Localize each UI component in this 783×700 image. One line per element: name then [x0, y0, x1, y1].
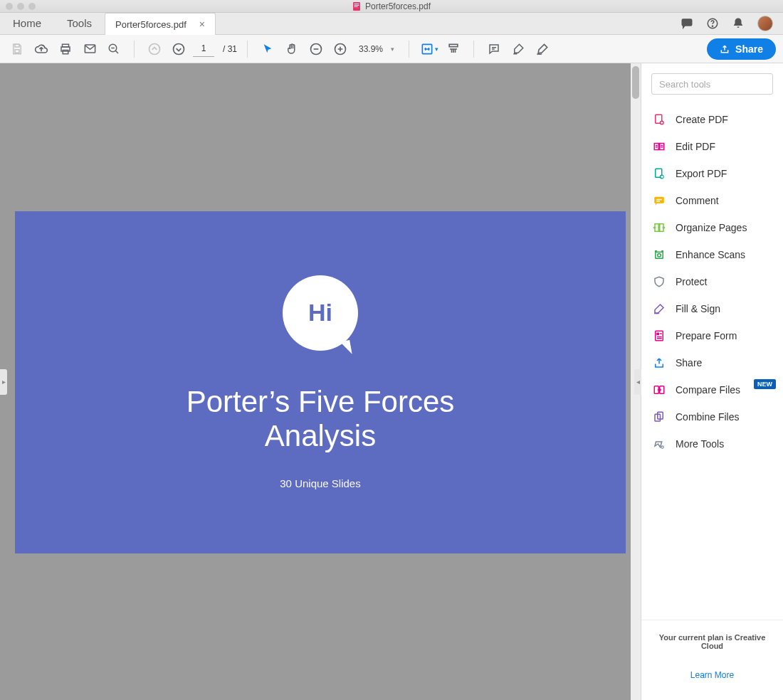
- tool-item-label: Fill & Sign: [676, 303, 720, 314]
- svg-rect-22: [449, 44, 458, 46]
- comments-panel-icon[interactable]: [680, 17, 693, 30]
- page-total-label: / 31: [223, 44, 237, 54]
- zoom-in-icon[interactable]: [330, 39, 350, 59]
- help-icon[interactable]: [706, 17, 719, 30]
- tool-item-prepare-form[interactable]: Prepare Form: [641, 322, 783, 349]
- page-up-icon[interactable]: [144, 39, 164, 59]
- tool-item-label: Export PDF: [676, 168, 727, 179]
- pdf-file-icon: [352, 2, 361, 11]
- page-number-input[interactable]: [193, 41, 214, 57]
- document-viewport[interactable]: ▸ Hi Porter’s Five Forces Analysis 30 Un…: [0, 63, 641, 700]
- combine-icon: [653, 410, 666, 423]
- svg-rect-2: [354, 5, 359, 6]
- document-tab-label: Porter5forces.pdf: [115, 19, 186, 30]
- main-toolbar: / 31 33.9% ▾ ▾ Share: [0, 35, 783, 63]
- document-tab[interactable]: Porter5forces.pdf ×: [105, 13, 216, 35]
- tool-item-label: Compare Files: [676, 384, 740, 396]
- share-icon: [653, 356, 666, 369]
- slide-title: Porter’s Five Forces Analysis: [186, 385, 455, 454]
- learn-more-link[interactable]: Learn More: [651, 670, 773, 680]
- tool-item-more[interactable]: More Tools: [641, 430, 783, 457]
- sticky-note-icon[interactable]: [484, 39, 504, 59]
- svg-rect-32: [656, 252, 663, 258]
- edit-pdf-icon: [653, 140, 666, 153]
- create-pdf-icon: [653, 113, 666, 126]
- more-icon: [653, 438, 666, 450]
- tool-list: Create PDFEdit PDFExport PDFCommentOrgan…: [641, 105, 783, 459]
- window-controls[interactable]: [6, 3, 36, 10]
- nav-tools[interactable]: Tools: [54, 12, 105, 34]
- right-panel-toggle[interactable]: ◂: [634, 369, 641, 395]
- tool-item-enhance[interactable]: Enhance Scans: [641, 241, 783, 268]
- tool-item-export-pdf[interactable]: Export PDF: [641, 160, 783, 187]
- window-title: Porter5forces.pdf: [365, 1, 431, 11]
- protect-icon: [653, 275, 666, 288]
- tool-item-label: Create PDF: [676, 114, 728, 125]
- fit-width-icon[interactable]: ▾: [419, 39, 439, 59]
- tool-item-label: Comment: [676, 195, 719, 206]
- search-tools-input[interactable]: [651, 73, 773, 95]
- page-down-icon[interactable]: [169, 39, 189, 59]
- user-avatar[interactable]: [757, 16, 773, 31]
- new-badge: NEW: [754, 379, 776, 389]
- svg-point-6: [686, 21, 688, 23]
- tool-item-protect[interactable]: Protect: [641, 268, 783, 295]
- tool-item-organize[interactable]: Organize Pages: [641, 214, 783, 241]
- tool-item-edit-pdf[interactable]: Edit PDF: [641, 133, 783, 160]
- tool-item-compare[interactable]: Compare FilesNEW: [641, 376, 783, 403]
- tool-item-label: More Tools: [676, 438, 724, 450]
- tool-item-label: Protect: [676, 276, 707, 287]
- svg-point-7: [688, 21, 690, 23]
- save-icon[interactable]: [7, 39, 27, 59]
- minimize-window-icon[interactable]: [17, 3, 24, 10]
- compare-icon: [653, 383, 666, 396]
- export-pdf-icon: [653, 167, 666, 180]
- selection-tool-icon[interactable]: [258, 39, 278, 59]
- fill-sign-icon: [653, 302, 666, 315]
- svg-point-5: [684, 21, 685, 23]
- close-window-icon[interactable]: [6, 3, 13, 10]
- zoom-select[interactable]: 33.9% ▾: [354, 42, 399, 56]
- nav-home[interactable]: Home: [0, 12, 54, 34]
- svg-rect-11: [15, 49, 19, 53]
- pdf-page: Hi Porter’s Five Forces Analysis 30 Uniq…: [15, 211, 626, 553]
- close-tab-icon[interactable]: ×: [199, 18, 205, 30]
- tool-item-create-pdf[interactable]: Create PDF: [641, 106, 783, 133]
- share-button-label: Share: [735, 43, 763, 55]
- zoom-value: 33.9%: [354, 42, 399, 56]
- svg-point-17: [149, 43, 160, 54]
- highlight-icon[interactable]: [508, 39, 528, 59]
- tab-bar: Home Tools Porter5forces.pdf ×: [0, 13, 783, 35]
- tool-item-combine[interactable]: Combine Files: [641, 403, 783, 430]
- hand-tool-icon[interactable]: [282, 39, 302, 59]
- tool-item-fill-sign[interactable]: Fill & Sign: [641, 295, 783, 322]
- share-button[interactable]: Share: [707, 38, 776, 60]
- tool-item-comment[interactable]: Comment: [641, 187, 783, 214]
- zoom-out-magnify-icon[interactable]: [104, 39, 124, 59]
- slide-subtitle: 30 Unique Slides: [280, 477, 360, 489]
- email-icon[interactable]: [80, 39, 100, 59]
- plan-text: Your current plan is Creative Cloud: [651, 633, 773, 650]
- tool-item-label: Enhance Scans: [676, 249, 745, 260]
- tool-item-label: Combine Files: [676, 411, 739, 423]
- svg-rect-35: [657, 333, 658, 334]
- zoom-out-icon[interactable]: [306, 39, 326, 59]
- tool-item-label: Share: [676, 357, 702, 368]
- maximize-window-icon[interactable]: [28, 3, 36, 10]
- signature-icon[interactable]: [532, 39, 552, 59]
- page-display-icon[interactable]: [443, 39, 463, 59]
- notifications-icon[interactable]: [732, 17, 745, 30]
- svg-rect-34: [656, 331, 663, 341]
- organize-icon: [653, 221, 666, 234]
- enhance-icon: [653, 248, 666, 261]
- left-panel-toggle[interactable]: ▸: [0, 369, 7, 395]
- window-titlebar: Porter5forces.pdf: [0, 0, 783, 13]
- tools-sidebar: ◂ Create PDFEdit PDFExport PDFCommentOrg…: [641, 63, 783, 700]
- scrollbar-thumb[interactable]: [632, 66, 639, 99]
- tool-item-share[interactable]: Share: [641, 349, 783, 376]
- print-icon[interactable]: [56, 39, 75, 59]
- tool-item-label: Organize Pages: [676, 222, 747, 233]
- svg-rect-10: [15, 44, 19, 47]
- svg-point-9: [712, 26, 713, 26]
- cloud-upload-icon[interactable]: [31, 39, 51, 59]
